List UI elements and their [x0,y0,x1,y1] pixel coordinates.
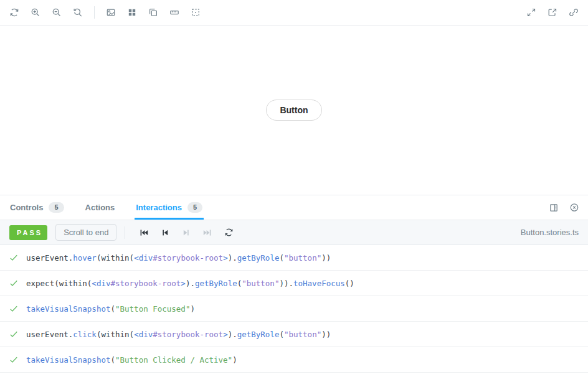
scroll-to-end-button[interactable]: Scroll to end [55,224,116,241]
interactions-toolbar: PASS Scroll to end [0,220,588,245]
interaction-row[interactable]: userEvent.hover(within(<div#storybook-ro… [0,245,588,271]
check-icon [9,355,18,364]
panel-tabs: Controls 5 Actions Interactions 5 [0,195,224,220]
story-file-name: Button.stories.ts [521,228,579,237]
tab-actions[interactable]: Actions [85,195,115,220]
panel-position-icon[interactable] [549,203,559,213]
close-panel-icon[interactable] [569,203,579,213]
canvas-toolbar-left [9,6,201,19]
measure-icon[interactable] [169,7,179,17]
tab-interactions-label: Interactions [136,203,182,212]
interaction-row[interactable]: expect(within(<div#storybook-root>).getB… [0,271,588,296]
zoom-in-icon[interactable] [31,7,40,17]
zoom-reset-icon[interactable] [73,7,83,17]
story-button[interactable]: Button [266,100,321,121]
open-in-new-tab-icon[interactable] [548,7,557,17]
remount-icon[interactable] [9,7,19,17]
subbar-divider [125,226,125,239]
interaction-code: takeVisualSnapshot("Button Clicked / Act… [26,355,237,365]
tab-interactions[interactable]: Interactions 5 [136,195,202,220]
background-icon[interactable] [106,7,116,17]
tab-controls[interactable]: Controls 5 [10,195,64,220]
check-icon [9,279,18,287]
panel-tabbar: Controls 5 Actions Interactions 5 [0,195,588,220]
status-badge: PASS [9,225,47,240]
storybook-preview-window: Button Controls 5 Actions Interactions 5 [0,0,588,377]
interaction-code: takeVisualSnapshot("Button Focused") [26,304,195,314]
viewport-icon[interactable] [148,7,158,17]
go-to-start-icon[interactable] [139,228,149,238]
tab-controls-badge: 5 [49,202,64,213]
grid-icon[interactable] [127,7,137,17]
tab-interactions-badge: 5 [187,202,202,213]
check-icon [9,253,18,262]
check-icon [9,330,18,338]
canvas-toolbar [0,0,588,26]
go-back-icon[interactable] [160,228,170,238]
playback-controls [139,228,234,238]
interaction-code: userEvent.click(within(<div#storybook-ro… [26,330,331,339]
tab-controls-label: Controls [10,203,43,212]
check-icon [9,304,18,313]
interaction-row[interactable]: takeVisualSnapshot("Button Focused") [0,296,588,322]
toolbar-divider [94,6,95,19]
fullscreen-icon[interactable] [526,7,536,17]
interaction-code: userEvent.hover(within(<div#storybook-ro… [26,253,331,263]
addon-panel: Controls 5 Actions Interactions 5 [0,195,588,377]
outline-icon[interactable] [191,7,201,17]
rerun-icon[interactable] [224,228,234,238]
copy-link-icon[interactable] [569,7,579,17]
canvas-toolbar-right [526,7,579,17]
interactions-list: userEvent.hover(within(<div#storybook-ro… [0,245,588,377]
go-to-end-icon[interactable] [202,228,212,238]
zoom-out-icon[interactable] [52,7,62,17]
panel-tabbar-actions [549,203,579,213]
interaction-code: expect(within(<div#storybook-root>).getB… [26,279,354,288]
go-forward-icon[interactable] [181,228,191,238]
interaction-row[interactable]: userEvent.click(within(<div#storybook-ro… [0,322,588,347]
interaction-row[interactable]: takeVisualSnapshot("Button Clicked / Act… [0,347,588,373]
tab-actions-label: Actions [85,203,115,212]
story-canvas: Button [0,26,588,195]
